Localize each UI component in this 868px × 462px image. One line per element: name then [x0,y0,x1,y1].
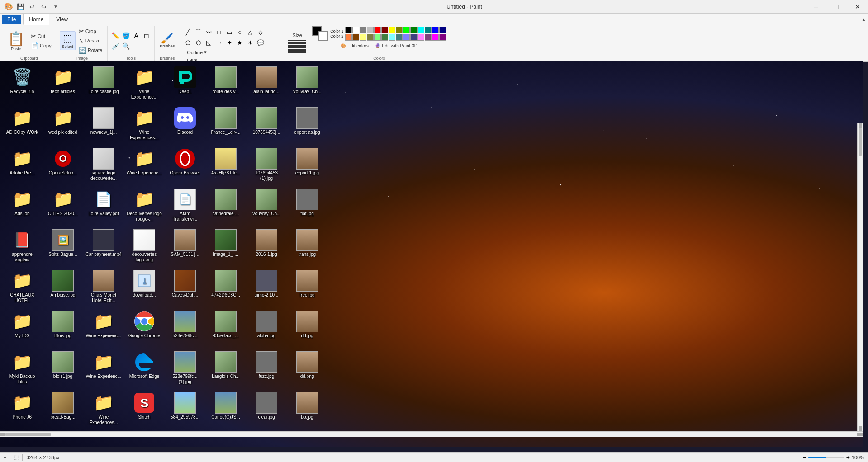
image1-icon[interactable]: image_1_-... [205,226,246,267]
copy-button[interactable]: 📄 Copy [28,41,54,50]
edit-colors-button[interactable]: 🎨 Edit colors [338,42,371,49]
line-shape[interactable]: ╱ [183,27,193,37]
zoom-slider[interactable] [808,457,844,458]
107694453j-icon[interactable]: 107694453j... [246,104,287,145]
curve-shape[interactable]: ⌒ [193,27,203,37]
adobe-pre-icon[interactable]: 📁 Adobe.Pre... [2,145,43,185]
swatch-white[interactable] [352,27,359,33]
blois-jpg-icon[interactable]: Blois.jpg [43,307,83,348]
swatch-black[interactable] [345,27,352,33]
loire-castle-icon[interactable]: Loire castle.jpg [83,63,124,104]
tab-view[interactable]: View [50,14,74,25]
swatch-silver[interactable] [367,27,374,33]
star4-shape[interactable]: ✦ [224,38,234,47]
584-295978-icon[interactable]: 584_295978... [165,389,205,429]
bb-jpg-icon[interactable]: bb.jpg [287,389,327,429]
diamond-shape[interactable]: ◇ [256,27,266,37]
ads-job-icon[interactable]: 📁 Ads job [2,185,43,226]
wine-experience1-icon[interactable]: 📁 Wine Experienc... [83,307,124,348]
cut-button[interactable]: ✂ Cut [28,32,54,41]
wine-experience6-icon[interactable]: 📁 Wine Experienc... [124,145,165,185]
swatch-brown[interactable] [352,34,359,41]
tab-file[interactable]: File [2,15,21,24]
star6-shape[interactable]: ✶ [245,38,255,47]
apprendre-anglais-icon[interactable]: 📕 apprendre anglais [2,226,43,267]
size-thick[interactable] [288,45,306,48]
clear-jpg-icon[interactable]: clear.jpg [246,389,287,429]
swatch-olive[interactable] [396,27,403,33]
swatch-dark-blue[interactable] [410,34,417,41]
fill-tool[interactable]: 🪣 [121,31,131,41]
sam5131j-icon[interactable]: SAM_5131.j... [165,226,205,267]
langlois-ch-icon[interactable]: Langlois-Ch... [205,348,246,389]
edit-paint3d-button[interactable]: 🔮 Edit with Paint 3D [373,42,420,49]
outline-button[interactable]: Outline▾ [185,48,209,56]
528e799fc1-icon[interactable]: 528e799fc... [165,307,205,348]
ellipse-shape[interactable]: ○ [235,27,245,37]
swatch-red[interactable] [374,27,381,33]
dd-jpg-icon[interactable]: dd.jpg [287,307,327,348]
wine-experience4-icon[interactable]: 📁 Wine Experience... [124,63,165,104]
magnifier-tool[interactable]: 🔍 [121,41,131,51]
phone-j6-icon[interactable]: 📁 Phone J6 [2,389,43,429]
swatch-cyan[interactable] [417,27,424,33]
google-chrome-icon[interactable]: Google Chrome [124,307,165,348]
export-as-jpg-icon[interactable]: export as.jpg [287,104,327,145]
blois1-jpg-icon[interactable]: blois1.jpg [43,348,83,389]
save-button[interactable]: 💾 [15,2,25,12]
select-button[interactable]: ⬚ Select [60,31,76,50]
alpha-jpg-icon[interactable]: alpha.jpg [246,307,287,348]
swatch-purple[interactable] [425,34,432,41]
swatch-dark-yellow[interactable] [367,34,374,41]
flat-jpg-icon[interactable]: flat.jpg [287,185,327,226]
my-ids-icon[interactable]: 📁 My IDS [2,307,43,348]
size-medium[interactable] [288,42,306,44]
resize-button[interactable]: ⤡ Resize [76,36,104,45]
france-loir-icon[interactable]: France_Loir-... [205,104,246,145]
swatch-dark-cyan[interactable] [396,34,403,41]
chais-monet-icon[interactable]: Chais Monet Hotel Edit... [83,267,124,307]
chateaux-hotel-icon[interactable]: 📁 CHATEAUX HOTEL [2,267,43,307]
wine-experience2-icon[interactable]: 📁 Wine Experienc... [83,348,124,389]
swatch-lime[interactable] [403,27,410,33]
triangle-shape[interactable]: △ [245,27,255,37]
zoom-out-button[interactable]: − [802,454,806,461]
swatch-dark-magenta[interactable] [439,34,446,41]
wine-experience3-icon[interactable]: 📁 Wine Experiences... [83,389,124,429]
trans-jpg-icon[interactable]: trans.jpg [287,226,327,267]
callout-shape[interactable]: 💬 [256,38,266,47]
redo-button[interactable]: ↪ [39,2,49,12]
swatch-orange[interactable] [345,34,352,41]
colorpicker-tool[interactable]: 💉 [110,41,120,51]
undo-button[interactable]: ↩ [27,2,37,12]
swatch-dark-green[interactable] [381,34,388,41]
tech-articles-icon[interactable]: 📁 tech articles [43,63,83,104]
skitch-icon[interactable]: S Skitch [124,389,165,429]
amboise-jpg-icon[interactable]: Amboise.jpg [43,267,83,307]
gimp-2-10-icon[interactable]: gimp-2.10... [246,267,287,307]
text-tool[interactable]: A [131,31,141,41]
close-button[interactable]: ✕ [847,0,868,14]
paste-button[interactable]: 📋 Paste [5,29,28,52]
deepl-icon[interactable]: DeepL [165,63,205,104]
107694453-1-icon[interactable]: 107694453 (1).jpg [246,145,287,185]
vouvray-ch1-icon[interactable]: Vouvray_Ch... [246,185,287,226]
spitz-bague-icon[interactable]: 🖼️ Spitz-Bague... [43,226,83,267]
free-jpg-icon[interactable]: free.jpg [287,267,327,307]
fuzz-jpg-icon[interactable]: fuzz.jpg [246,348,287,389]
swatch-gray[interactable] [360,27,366,33]
decouvertes-logo2-icon[interactable]: decouvertes logo.png [124,226,165,267]
93be8acc-icon[interactable]: 93be8acc_... [205,307,246,348]
opera-browser-icon[interactable]: Opera Browser [165,145,205,185]
swatch-blue[interactable] [432,27,439,33]
swatch-light-blue[interactable] [403,34,410,41]
maximize-button[interactable]: □ [826,0,847,14]
right-triangle-shape[interactable]: ◺ [204,38,213,47]
pencil-tool[interactable]: ✏️ [110,31,120,41]
freeform-shape[interactable]: 〰 [204,27,213,37]
minimize-button[interactable]: ─ [806,0,826,14]
square-logo-icon[interactable]: square logo decouverte... [83,145,124,185]
size-thin[interactable] [288,40,306,41]
cities-2020-icon[interactable]: 📁 CITIES-2020... [43,185,83,226]
swatch-green[interactable] [410,27,417,33]
